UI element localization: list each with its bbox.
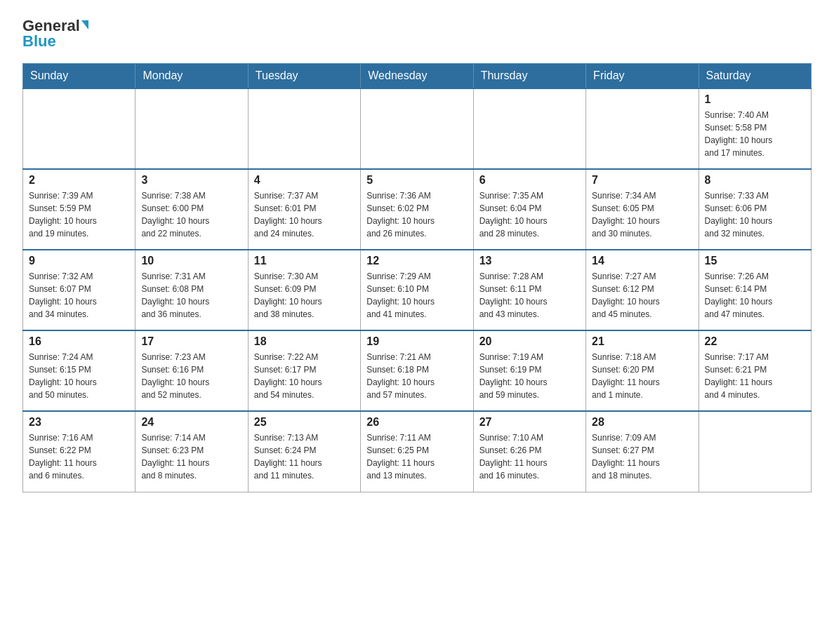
week-row-1: 1Sunrise: 7:40 AM Sunset: 5:58 PM Daylig… bbox=[23, 88, 812, 169]
weekday-header-row: SundayMondayTuesdayWednesdayThursdayFrid… bbox=[23, 64, 812, 89]
calendar-cell: 19Sunrise: 7:21 AM Sunset: 6:18 PM Dayli… bbox=[361, 330, 473, 411]
day-number: 18 bbox=[254, 335, 355, 348]
day-number: 19 bbox=[366, 335, 467, 348]
day-info: Sunrise: 7:13 AM Sunset: 6:24 PM Dayligh… bbox=[254, 431, 355, 482]
day-number: 7 bbox=[592, 174, 692, 187]
weekday-header-thursday: Thursday bbox=[473, 64, 585, 89]
weekday-header-sunday: Sunday bbox=[23, 64, 135, 89]
calendar-cell: 4Sunrise: 7:37 AM Sunset: 6:01 PM Daylig… bbox=[248, 169, 360, 250]
day-info: Sunrise: 7:27 AM Sunset: 6:12 PM Dayligh… bbox=[592, 270, 692, 321]
day-number: 23 bbox=[29, 416, 129, 429]
calendar-cell: 3Sunrise: 7:38 AM Sunset: 6:00 PM Daylig… bbox=[135, 169, 248, 250]
day-info: Sunrise: 7:18 AM Sunset: 6:20 PM Dayligh… bbox=[592, 351, 692, 401]
calendar-cell bbox=[473, 88, 585, 169]
week-row-4: 16Sunrise: 7:24 AM Sunset: 6:15 PM Dayli… bbox=[23, 330, 812, 411]
calendar-cell: 7Sunrise: 7:34 AM Sunset: 6:05 PM Daylig… bbox=[586, 169, 699, 250]
day-info: Sunrise: 7:10 AM Sunset: 6:26 PM Dayligh… bbox=[479, 431, 580, 482]
calendar-cell: 28Sunrise: 7:09 AM Sunset: 6:27 PM Dayli… bbox=[586, 411, 699, 492]
day-number: 26 bbox=[366, 416, 467, 429]
day-info: Sunrise: 7:38 AM Sunset: 6:00 PM Dayligh… bbox=[141, 189, 241, 240]
calendar-cell: 11Sunrise: 7:30 AM Sunset: 6:09 PM Dayli… bbox=[248, 250, 360, 330]
calendar-cell bbox=[248, 88, 360, 169]
day-number: 12 bbox=[366, 255, 467, 267]
calendar-cell: 22Sunrise: 7:17 AM Sunset: 6:21 PM Dayli… bbox=[699, 330, 811, 411]
calendar-cell bbox=[361, 88, 473, 169]
calendar-cell: 26Sunrise: 7:11 AM Sunset: 6:25 PM Dayli… bbox=[361, 411, 473, 492]
calendar-cell: 2Sunrise: 7:39 AM Sunset: 5:59 PM Daylig… bbox=[23, 169, 135, 250]
day-number: 9 bbox=[29, 255, 129, 267]
calendar-cell: 23Sunrise: 7:16 AM Sunset: 6:22 PM Dayli… bbox=[23, 411, 135, 492]
calendar-cell: 21Sunrise: 7:18 AM Sunset: 6:20 PM Dayli… bbox=[586, 330, 699, 411]
day-number: 17 bbox=[141, 335, 241, 348]
day-info: Sunrise: 7:22 AM Sunset: 6:17 PM Dayligh… bbox=[254, 351, 355, 401]
day-number: 6 bbox=[479, 174, 580, 187]
day-info: Sunrise: 7:37 AM Sunset: 6:01 PM Dayligh… bbox=[254, 189, 355, 240]
day-info: Sunrise: 7:31 AM Sunset: 6:08 PM Dayligh… bbox=[141, 270, 241, 321]
day-info: Sunrise: 7:14 AM Sunset: 6:23 PM Dayligh… bbox=[141, 431, 241, 482]
calendar-cell: 24Sunrise: 7:14 AM Sunset: 6:23 PM Dayli… bbox=[135, 411, 248, 492]
day-number: 3 bbox=[141, 174, 241, 187]
calendar-cell: 13Sunrise: 7:28 AM Sunset: 6:11 PM Dayli… bbox=[473, 250, 585, 330]
week-row-3: 9Sunrise: 7:32 AM Sunset: 6:07 PM Daylig… bbox=[23, 250, 812, 330]
weekday-header-monday: Monday bbox=[135, 64, 248, 89]
day-number: 15 bbox=[705, 255, 805, 267]
calendar-cell: 8Sunrise: 7:33 AM Sunset: 6:06 PM Daylig… bbox=[699, 169, 811, 250]
day-number: 28 bbox=[592, 416, 692, 429]
calendar-cell bbox=[699, 411, 811, 492]
weekday-header-saturday: Saturday bbox=[699, 64, 811, 89]
day-info: Sunrise: 7:33 AM Sunset: 6:06 PM Dayligh… bbox=[705, 189, 805, 240]
day-number: 27 bbox=[479, 416, 580, 429]
day-number: 20 bbox=[479, 335, 580, 348]
day-info: Sunrise: 7:29 AM Sunset: 6:10 PM Dayligh… bbox=[366, 270, 467, 321]
calendar-cell: 10Sunrise: 7:31 AM Sunset: 6:08 PM Dayli… bbox=[135, 250, 248, 330]
calendar-cell: 25Sunrise: 7:13 AM Sunset: 6:24 PM Dayli… bbox=[248, 411, 360, 492]
day-number: 25 bbox=[254, 416, 355, 429]
calendar-cell: 1Sunrise: 7:40 AM Sunset: 5:58 PM Daylig… bbox=[699, 88, 811, 169]
day-number: 14 bbox=[592, 255, 692, 267]
weekday-header-friday: Friday bbox=[586, 64, 699, 89]
day-info: Sunrise: 7:30 AM Sunset: 6:09 PM Dayligh… bbox=[254, 270, 355, 321]
logo-blue-text: Blue bbox=[22, 32, 56, 51]
weekday-header-tuesday: Tuesday bbox=[248, 64, 360, 89]
day-info: Sunrise: 7:09 AM Sunset: 6:27 PM Dayligh… bbox=[592, 431, 692, 482]
logo: General Blue bbox=[22, 17, 88, 51]
calendar-cell: 5Sunrise: 7:36 AM Sunset: 6:02 PM Daylig… bbox=[361, 169, 473, 250]
day-info: Sunrise: 7:21 AM Sunset: 6:18 PM Dayligh… bbox=[366, 351, 467, 401]
calendar-cell bbox=[135, 88, 248, 169]
day-number: 16 bbox=[29, 335, 129, 348]
day-info: Sunrise: 7:40 AM Sunset: 5:58 PM Dayligh… bbox=[705, 109, 805, 159]
calendar-cell: 20Sunrise: 7:19 AM Sunset: 6:19 PM Dayli… bbox=[473, 330, 585, 411]
day-info: Sunrise: 7:26 AM Sunset: 6:14 PM Dayligh… bbox=[705, 270, 805, 321]
calendar-cell bbox=[586, 88, 699, 169]
day-info: Sunrise: 7:28 AM Sunset: 6:11 PM Dayligh… bbox=[479, 270, 580, 321]
day-number: 2 bbox=[29, 174, 129, 187]
calendar-cell: 16Sunrise: 7:24 AM Sunset: 6:15 PM Dayli… bbox=[23, 330, 135, 411]
day-number: 21 bbox=[592, 335, 692, 348]
calendar-table: SundayMondayTuesdayWednesdayThursdayFrid… bbox=[22, 63, 812, 492]
calendar-cell: 9Sunrise: 7:32 AM Sunset: 6:07 PM Daylig… bbox=[23, 250, 135, 330]
day-info: Sunrise: 7:11 AM Sunset: 6:25 PM Dayligh… bbox=[366, 431, 467, 482]
day-info: Sunrise: 7:16 AM Sunset: 6:22 PM Dayligh… bbox=[29, 431, 129, 482]
calendar-cell: 6Sunrise: 7:35 AM Sunset: 6:04 PM Daylig… bbox=[473, 169, 585, 250]
week-row-5: 23Sunrise: 7:16 AM Sunset: 6:22 PM Dayli… bbox=[23, 411, 812, 492]
day-info: Sunrise: 7:32 AM Sunset: 6:07 PM Dayligh… bbox=[29, 270, 129, 321]
day-number: 4 bbox=[254, 174, 355, 187]
day-info: Sunrise: 7:23 AM Sunset: 6:16 PM Dayligh… bbox=[141, 351, 241, 401]
day-number: 5 bbox=[366, 174, 467, 187]
week-row-2: 2Sunrise: 7:39 AM Sunset: 5:59 PM Daylig… bbox=[23, 169, 812, 250]
calendar-cell: 18Sunrise: 7:22 AM Sunset: 6:17 PM Dayli… bbox=[248, 330, 360, 411]
day-info: Sunrise: 7:35 AM Sunset: 6:04 PM Dayligh… bbox=[479, 189, 580, 240]
day-info: Sunrise: 7:36 AM Sunset: 6:02 PM Dayligh… bbox=[366, 189, 467, 240]
day-number: 10 bbox=[141, 255, 241, 267]
day-number: 11 bbox=[254, 255, 355, 267]
day-info: Sunrise: 7:39 AM Sunset: 5:59 PM Dayligh… bbox=[29, 189, 129, 240]
day-info: Sunrise: 7:19 AM Sunset: 6:19 PM Dayligh… bbox=[479, 351, 580, 401]
day-number: 1 bbox=[705, 93, 805, 106]
calendar-cell: 12Sunrise: 7:29 AM Sunset: 6:10 PM Dayli… bbox=[361, 250, 473, 330]
day-info: Sunrise: 7:17 AM Sunset: 6:21 PM Dayligh… bbox=[705, 351, 805, 401]
day-number: 24 bbox=[141, 416, 241, 429]
calendar-cell: 27Sunrise: 7:10 AM Sunset: 6:26 PM Dayli… bbox=[473, 411, 585, 492]
calendar-cell: 15Sunrise: 7:26 AM Sunset: 6:14 PM Dayli… bbox=[699, 250, 811, 330]
day-info: Sunrise: 7:24 AM Sunset: 6:15 PM Dayligh… bbox=[29, 351, 129, 401]
calendar-cell: 17Sunrise: 7:23 AM Sunset: 6:16 PM Dayli… bbox=[135, 330, 248, 411]
